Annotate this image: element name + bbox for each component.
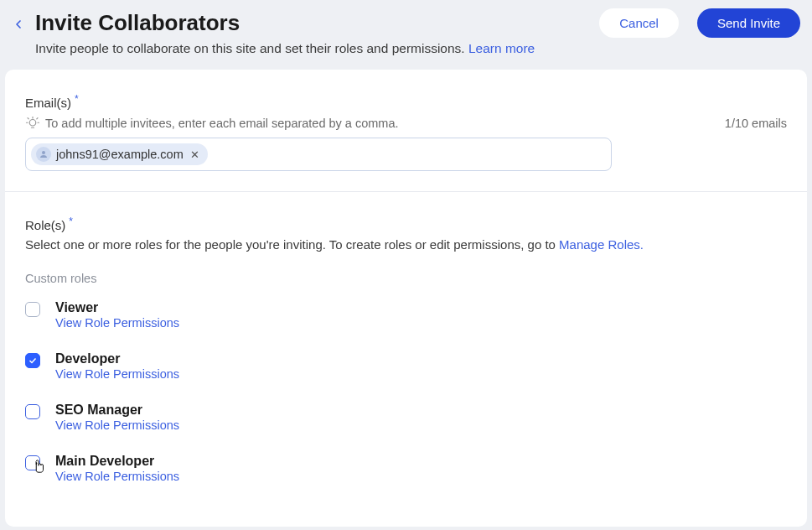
role-item-main-developer: Main Developer View Role Permissions <box>25 454 787 483</box>
view-permissions-link[interactable]: View Role Permissions <box>55 418 179 432</box>
custom-roles-label: Custom roles <box>25 272 787 285</box>
emails-counter: 1/10 emails <box>725 117 787 130</box>
emails-section: Email(s)* To add multiple invitees, ente… <box>25 93 787 171</box>
page-subtitle: Invite people to collaborate on this sit… <box>35 41 800 56</box>
required-asterisk: * <box>75 93 79 105</box>
role-item-seo-manager: SEO Manager View Role Permissions <box>25 403 787 432</box>
svg-line-6 <box>37 118 38 119</box>
role-checkbox-main-developer[interactable] <box>25 455 40 470</box>
back-arrow-icon[interactable] <box>12 18 25 31</box>
emails-hint: To add multiple invitees, enter each ema… <box>45 117 399 130</box>
svg-line-5 <box>28 118 28 119</box>
role-item-developer: Developer View Role Permissions <box>25 351 787 381</box>
roles-label: Role(s) <box>25 219 65 233</box>
avatar-icon <box>36 147 51 162</box>
chip-remove-icon[interactable]: ✕ <box>190 148 199 161</box>
svg-point-0 <box>29 120 36 127</box>
roles-section: Role(s)* Select one or more roles for th… <box>25 216 787 482</box>
svg-point-7 <box>42 151 45 154</box>
view-permissions-link[interactable]: View Role Permissions <box>55 367 179 381</box>
role-name: SEO Manager <box>55 403 179 418</box>
view-permissions-link[interactable]: View Role Permissions <box>55 470 179 483</box>
view-permissions-link[interactable]: View Role Permissions <box>55 316 179 330</box>
role-checkbox-viewer[interactable] <box>25 302 40 317</box>
send-invite-button[interactable]: Send Invite <box>697 8 800 38</box>
role-item-viewer: Viewer View Role Permissions <box>25 300 787 330</box>
role-checkbox-developer[interactable] <box>25 353 40 368</box>
lightbulb-icon <box>25 116 40 131</box>
divider <box>5 191 807 192</box>
role-name: Main Developer <box>55 454 179 469</box>
learn-more-link[interactable]: Learn more <box>468 41 535 55</box>
page-title: Invite Collaborators <box>35 10 589 36</box>
form-panel: Email(s)* To add multiple invitees, ente… <box>5 70 807 527</box>
manage-roles-link[interactable]: Manage Roles. <box>559 237 644 252</box>
roles-description: Select one or more roles for the people … <box>25 237 787 252</box>
emails-label: Email(s) <box>25 96 71 110</box>
role-name: Viewer <box>55 300 179 315</box>
emails-input[interactable]: johns91@example.com ✕ <box>25 138 612 171</box>
required-asterisk: * <box>69 216 73 227</box>
role-name: Developer <box>55 351 179 366</box>
chip-email-text: johns91@example.com <box>56 148 184 161</box>
role-checkbox-seo-manager[interactable] <box>25 404 40 419</box>
email-chip: johns91@example.com ✕ <box>31 143 208 165</box>
cancel-button[interactable]: Cancel <box>599 8 679 38</box>
